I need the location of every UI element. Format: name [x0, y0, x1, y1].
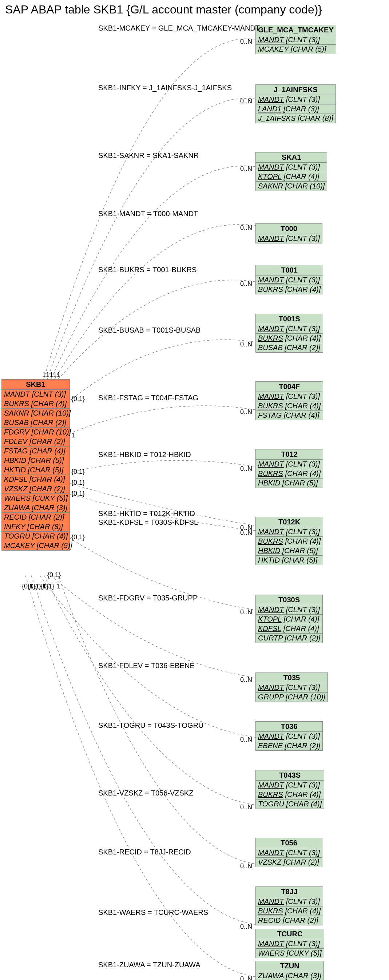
ref-table: T035MANDT [CLNT (3)]GRUPP [CHAR (10)]: [256, 673, 328, 702]
main-field: FDLEV [CHAR (2)]: [2, 437, 70, 447]
right-cardinality: 0..N: [240, 975, 252, 980]
main-field: INFKY [CHAR (8)]: [2, 522, 70, 532]
main-field: BUKRS [CHAR (4)]: [2, 399, 70, 409]
ref-table-name: TZUN: [256, 961, 324, 971]
ref-table: T004FMANDT [CLNT (3)]BUKRS [CHAR (4)]FST…: [256, 381, 323, 420]
diagram-title: SAP ABAP table SKB1 {G/L account master …: [5, 3, 322, 16]
ref-table-name: T030S: [256, 595, 322, 605]
relation-label: SKB1-HBKID = T012-HBKID: [98, 450, 191, 459]
relation-label: SKB1-BUKRS = T001-BUKRS: [98, 266, 197, 274]
right-cardinality: 0..N: [240, 736, 252, 743]
left-cardinality: 1: [49, 371, 53, 379]
ref-field: BUKRS [CHAR (4)]: [256, 469, 323, 479]
right-cardinality: 0..N: [240, 923, 252, 931]
ref-field: RECID [CHAR (2)]: [256, 916, 323, 925]
relation-label: SKB1-RECID = T8JJ-RECID: [98, 848, 191, 856]
ref-table: T001SMANDT [CLNT (3)]BUKRS [CHAR (4)]BUS…: [256, 314, 323, 353]
ref-table: T043SMANDT [CLNT (3)]BUKRS [CHAR (4)]TOG…: [256, 770, 324, 809]
ref-table-name: SKA1: [256, 153, 327, 163]
ref-field: HBKID [CHAR (5)]: [256, 479, 323, 488]
right-cardinality: 0..N: [240, 465, 252, 473]
ref-field: LAND1 [CHAR (3)]: [256, 105, 335, 114]
left-cardinality: {0,1}: [71, 533, 85, 541]
ref-field: BUKRS [CHAR (4)]: [256, 334, 323, 343]
ref-table-name: J_1AINFSKS: [256, 85, 335, 95]
ref-field: CURTP [CHAR (2)]: [256, 633, 322, 643]
ref-table: T001MANDT [CLNT (3)]BUKRS [CHAR (4)]: [256, 265, 323, 294]
ref-table: T000MANDT [CLNT (3)]: [256, 223, 322, 243]
ref-table-name: T036: [256, 722, 322, 732]
relation-label: SKB1-TOGRU = T043S-TOGRU: [98, 721, 204, 730]
ref-field: HKTID [CHAR (5)]: [256, 556, 323, 565]
relation-label: SKB1-WAERS = TCURC-WAERS: [98, 908, 208, 917]
right-cardinality: 0..N: [240, 803, 252, 811]
left-cardinality: {0,1}: [22, 582, 35, 590]
ref-table: T036MANDT [CLNT (3)]EBENE [CHAR (2)]: [256, 721, 323, 751]
ref-field: VZSKZ [CHAR (2)]: [256, 858, 322, 867]
ref-table-name: T8JJ: [256, 887, 323, 897]
ref-field: KDFSL [CHAR (4)]: [256, 624, 322, 633]
ref-table: J_1AINFSKSMANDT [CLNT (3)]LAND1 [CHAR (3…: [256, 84, 336, 123]
ref-field: MANDT [CLNT (3)]: [256, 35, 336, 45]
left-cardinality: 1: [42, 371, 46, 379]
right-cardinality: 0..N: [240, 165, 252, 173]
ref-field: FSTAG [CHAR (4)]: [256, 411, 323, 420]
main-field: BUSAB [CHAR (2)]: [2, 418, 70, 428]
left-cardinality: 1: [53, 371, 57, 379]
right-cardinality: 0..N: [240, 676, 252, 684]
ref-field: HBKID [CHAR (5)]: [256, 546, 323, 556]
left-cardinality: {0,1}: [71, 468, 85, 476]
relation-label: SKB1-FSTAG = T004F-FSTAG: [98, 394, 198, 402]
ref-field: BUSAB [CHAR (2)]: [256, 343, 323, 352]
ref-field: MANDT [CLNT (3)]: [256, 683, 327, 692]
ref-field: TOGRU [CHAR (4)]: [256, 800, 324, 808]
relation-label: SKB1-SAKNR = SKA1-SAKNR: [98, 151, 199, 160]
relation-label: SKB1-MANDT = T000-MANDT: [98, 210, 198, 218]
main-field: WAERS [CUKY (5)]: [2, 494, 70, 503]
main-table-name: SKB1: [2, 380, 70, 390]
left-cardinality: 1: [46, 371, 49, 379]
ref-field: MANDT [CLNT (3)]: [256, 324, 323, 334]
right-cardinality: 0..N: [240, 38, 252, 46]
ref-field: MCAKEY [CHAR (5)]: [256, 45, 336, 54]
left-cardinality: {0,1}: [71, 395, 85, 403]
right-cardinality: 0..N: [240, 408, 252, 416]
ref-field: BUKRS [CHAR (4)]: [256, 285, 323, 294]
right-cardinality: 0..N: [240, 97, 252, 105]
ref-field: KTOPL [CHAR (4)]: [256, 172, 327, 181]
ref-field: J_1AIFSKS [CHAR (8)]: [256, 114, 335, 123]
ref-field: BUKRS [CHAR (4)]: [256, 790, 324, 800]
relation-label: SKB1-INFKY = J_1AINFSKS-J_1AIFSKS: [98, 84, 232, 92]
ref-table: SKA1MANDT [CLNT (3)]KTOPL [CHAR (4)]SAKN…: [256, 152, 327, 191]
ref-table: T012MANDT [CLNT (3)]BUKRS [CHAR (4)]HBKI…: [256, 449, 323, 488]
main-field: VZSKZ [CHAR (2)]: [2, 484, 70, 494]
ref-field: MANDT [CLNT (3)]: [256, 234, 322, 243]
relation-label: SKB1-VZSKZ = T056-VZSKZ: [98, 789, 193, 797]
ref-table-name: T001: [256, 265, 323, 275]
relation-label: SKB1-HKTID = T012K-HKTID: [98, 509, 195, 518]
ref-field: GRUPP [CHAR (10)]: [256, 692, 327, 702]
ref-field: SAKNR [CHAR (10)]: [256, 181, 327, 191]
ref-table: TCURCMANDT [CLNT (3)]WAERS [CUKY (5)]: [256, 929, 324, 958]
ref-table: T012KMANDT [CLNT (3)]BUKRS [CHAR (4)]HBK…: [256, 517, 323, 565]
main-field: HBKID [CHAR (5)]: [2, 456, 70, 465]
main-field: KDFSL [CHAR (4)]: [2, 475, 70, 484]
ref-table: TZUNZUAWA [CHAR (3)]: [256, 961, 324, 980]
right-cardinality: 0..N: [240, 862, 252, 870]
main-field: SAKNR [CHAR (10)]: [2, 409, 70, 418]
ref-field: MANDT [CLNT (3)]: [256, 781, 324, 790]
ref-field: MANDT [CLNT (3)]: [256, 897, 323, 907]
ref-field: MANDT [CLNT (3)]: [256, 460, 323, 469]
ref-table-name: T035: [256, 673, 327, 683]
left-cardinality: {0,1}: [71, 479, 85, 487]
ref-table-name: T012: [256, 449, 323, 460]
relation-label: SKB1-BUSAB = T001S-BUSAB: [98, 326, 200, 334]
ref-table: GLE_MCA_TMCAKEYMANDT [CLNT (3)]MCAKEY [C…: [256, 25, 336, 54]
main-field: MCAKEY [CHAR (5)]: [2, 541, 70, 550]
ref-table-name: GLE_MCA_TMCAKEY: [256, 25, 336, 35]
ref-field: EBENE [CHAR (2)]: [256, 741, 322, 750]
ref-field: MANDT [CLNT (3)]: [256, 939, 324, 949]
ref-field: MANDT [CLNT (3)]: [256, 95, 335, 105]
ref-table-name: T000: [256, 224, 322, 234]
relation-label: SKB1-FDGRV = T035-GRUPP: [98, 594, 198, 602]
